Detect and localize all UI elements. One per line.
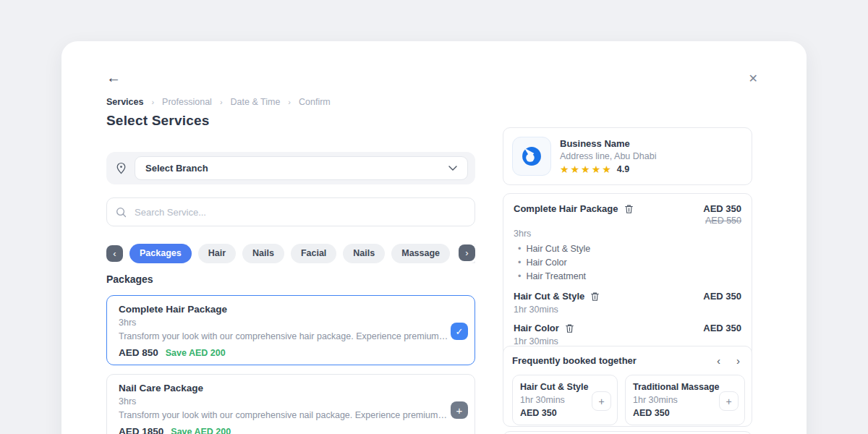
cart-item: Complete Hair Package AED 350 AED 550 3h… [514, 203, 741, 283]
business-name: Business Name [560, 138, 656, 149]
breadcrumb-separator-icon: › [220, 98, 223, 106]
category-chips: ‹ Packages Hair Nails Facial Nails Massa… [106, 243, 475, 263]
cart-item: Hair Color AED 350 1hr 30mins [514, 323, 741, 346]
chip-label: Nails [252, 248, 274, 258]
bullet-icon: • [518, 244, 521, 254]
plus-icon: + [456, 404, 463, 417]
service-description: Transform your look with our comprehensi… [119, 410, 450, 420]
chips-scroll-left-button[interactable]: ‹ [106, 245, 123, 262]
breadcrumb-confirm[interactable]: Confirm [299, 97, 331, 107]
business-card: Business Name Address line, Abu Dhabi ★★… [503, 127, 752, 185]
chip-massage[interactable]: Massage [391, 244, 450, 263]
service-name: Complete Hair Package [119, 304, 463, 315]
cart-item: Hair Cut & Style AED 350 1hr 30mins [514, 291, 741, 315]
bullet-icon: • [518, 271, 521, 281]
chips-scroll-right-button[interactable]: › [459, 244, 475, 261]
breadcrumb-services[interactable]: Services [106, 97, 143, 107]
chip-label: Facial [301, 248, 326, 258]
trash-icon[interactable] [590, 292, 600, 302]
check-icon: ✓ [456, 326, 464, 337]
next-panel-card-clipped [503, 431, 752, 434]
chevron-left-icon: ‹ [113, 248, 116, 259]
section-title: Packages [106, 273, 153, 285]
include-item: •Hair Treatment [518, 270, 741, 284]
chip-label: Nails [353, 248, 375, 258]
branch-select[interactable]: Select Branch [135, 156, 468, 180]
service-price: AED 1850 [119, 426, 163, 434]
back-icon[interactable]: ← [106, 70, 121, 85]
freq-next-button[interactable]: › [736, 355, 740, 366]
frequently-booked-title: Frequently booked together [512, 355, 637, 366]
suggested-service-card[interactable]: Hair Cut & Style 1hr 30mins AED 350 + [512, 375, 618, 425]
breadcrumb: Services › Professional › Date & Time › … [106, 97, 331, 107]
branch-select-value: Select Branch [145, 163, 208, 174]
cart-item-price: AED 350 [703, 291, 741, 302]
chip-nails[interactable]: Nails [242, 244, 284, 263]
trash-icon[interactable] [565, 323, 574, 333]
frequently-booked-card: Frequently booked together ‹ › Hair Cut … [503, 346, 752, 427]
cart-item-original-price: AED 550 [703, 216, 741, 226]
cart-card: Complete Hair Package AED 350 AED 550 3h… [503, 193, 752, 357]
chip-facial[interactable]: Facial [291, 244, 336, 263]
search-box [106, 197, 475, 226]
chip-label: Hair [208, 248, 226, 258]
chip-label: Massage [401, 248, 440, 258]
service-add-button[interactable]: + [451, 401, 468, 419]
plus-icon: + [726, 396, 731, 407]
cart-item-duration: 1hr 30mins [514, 305, 741, 315]
chevron-right-icon: › [465, 247, 468, 258]
service-selected-checkbox[interactable]: ✓ [451, 323, 468, 340]
search-input[interactable] [133, 206, 466, 218]
chip-packages[interactable]: Packages [129, 244, 192, 263]
frequently-booked-list: Hair Cut & Style 1hr 30mins AED 350 + Tr… [512, 375, 743, 425]
service-savings: Save AED 200 [171, 427, 231, 434]
bullet-icon: • [518, 258, 521, 268]
cart-item-name: Hair Cut & Style [514, 291, 584, 302]
breadcrumb-professional[interactable]: Professional [162, 97, 212, 107]
service-duration: 3hrs [119, 318, 463, 328]
breadcrumb-date-time[interactable]: Date & Time [231, 97, 281, 107]
chip-label: Packages [140, 248, 182, 258]
plus-icon: + [598, 396, 604, 407]
rating-value: 4.9 [617, 164, 629, 174]
suggested-add-button[interactable]: + [592, 391, 611, 411]
breadcrumb-separator-icon: › [288, 98, 291, 106]
booking-modal: ← ✕ Services › Professional › Date & Tim… [61, 41, 807, 434]
service-name: Nail Care Package [119, 383, 463, 393]
cart-item-price: AED 350 [703, 323, 741, 333]
service-card-complete-hair-package[interactable]: Complete Hair Package 3hrs Transform you… [106, 295, 475, 365]
service-description: Transform your look with our comprehensi… [119, 331, 450, 341]
breadcrumb-separator-icon: › [151, 98, 154, 106]
suggested-add-button[interactable]: + [719, 391, 739, 411]
include-item: •Hair Color [518, 256, 741, 270]
chevron-down-icon [448, 166, 457, 171]
service-savings: Save AED 200 [166, 348, 226, 358]
location-pin-icon [115, 161, 127, 175]
service-card-nail-care-package[interactable]: Nail Care Package 3hrs Transform your lo… [106, 374, 475, 434]
cart-item-name: Complete Hair Package [514, 203, 618, 214]
business-address: Address line, Abu Dhabi [560, 151, 656, 161]
cart-item-duration: 3hrs [514, 229, 741, 239]
chip-hair[interactable]: Hair [198, 244, 236, 263]
suggested-name: Hair Cut & Style [520, 382, 610, 392]
freq-prev-button[interactable]: ‹ [717, 355, 720, 366]
star-icons: ★★★★★ [560, 163, 613, 175]
business-logo [512, 137, 551, 176]
cart-item-name: Hair Color [514, 323, 559, 333]
cart-item-includes: •Hair Cut & Style •Hair Color •Hair Trea… [518, 242, 741, 283]
branch-selector-container: Select Branch [106, 152, 475, 184]
search-icon [116, 207, 127, 218]
trash-icon[interactable] [624, 204, 634, 214]
suggested-service-card[interactable]: Traditional Massage 1hr 30mins AED 350 + [625, 375, 745, 425]
include-item: •Hair Cut & Style [518, 242, 741, 256]
suggested-name: Traditional Massage [633, 382, 737, 392]
page-title: Select Services [106, 113, 209, 129]
chip-nails-2[interactable]: Nails [343, 244, 385, 263]
service-price: AED 850 [119, 347, 158, 358]
business-rating: ★★★★★ 4.9 [560, 163, 656, 175]
close-icon[interactable]: ✕ [749, 73, 758, 85]
cart-item-price: AED 350 [703, 203, 741, 214]
service-duration: 3hrs [119, 396, 463, 407]
